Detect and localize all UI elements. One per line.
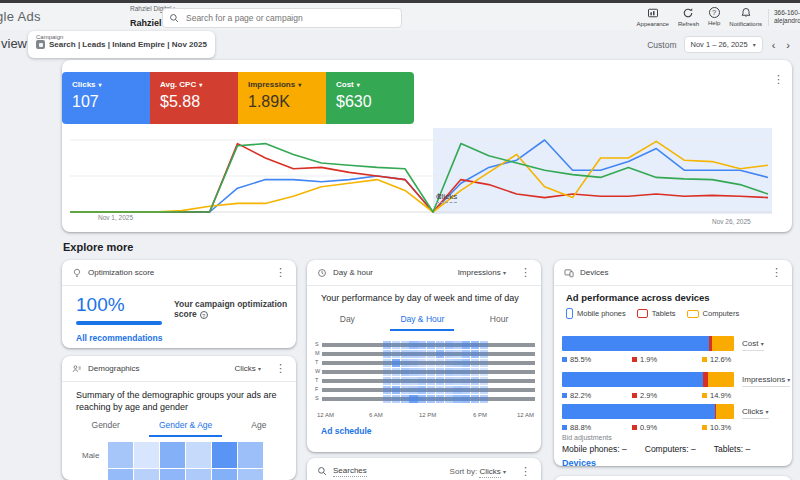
heatmap-cell[interactable] — [392, 377, 400, 385]
heatmap-cell[interactable] — [383, 395, 391, 403]
scorecard-avgcpc[interactable]: Avg. CPC▾$5.88 — [150, 72, 238, 124]
heatmap-cell[interactable] — [418, 368, 426, 376]
heatmap-cell[interactable] — [401, 395, 409, 403]
heatmap-cell[interactable] — [409, 359, 417, 367]
heatmap-cell[interactable] — [480, 395, 488, 403]
heatmap-cell[interactable] — [427, 350, 435, 358]
heatmap-cell[interactable] — [436, 350, 444, 358]
heatmap-cell[interactable] — [462, 377, 470, 385]
heatmap-cell[interactable] — [445, 359, 453, 367]
heatmap-cell[interactable] — [471, 341, 479, 349]
heatmap-cell[interactable] — [445, 395, 453, 403]
card-menu[interactable]: ⋮ — [771, 267, 782, 278]
demographics-cell[interactable] — [134, 469, 159, 480]
metric-dropdown-impressions[interactable]: Impressions ▾ — [742, 375, 790, 387]
heatmap-cell[interactable] — [436, 368, 444, 376]
heatmap-cell[interactable] — [462, 350, 470, 358]
heatmap-cell[interactable] — [471, 359, 479, 367]
heatmap-cell[interactable] — [462, 341, 470, 349]
ad-schedule-link[interactable]: Ad schedule — [321, 426, 372, 436]
heatmap-cell[interactable] — [427, 368, 435, 376]
heatmap-cell[interactable] — [462, 368, 470, 376]
heatmap-cell[interactable] — [436, 377, 444, 385]
heatmap-cell[interactable] — [418, 359, 426, 367]
heatmap-cell[interactable] — [392, 359, 400, 367]
metric-dropdown-cost[interactable]: Cost ▾ — [742, 339, 764, 351]
metric-dropdown-clicks[interactable]: Clicks ▾ — [742, 407, 769, 419]
card-menu[interactable]: ⋮ — [520, 267, 531, 278]
heatmap-cell[interactable] — [471, 350, 479, 358]
heatmap-cell[interactable] — [418, 395, 426, 403]
timeseries-chart[interactable]: Nov 1, 2025 Nov 26, 2025 Clicks — [62, 126, 792, 232]
scorecard-clicks[interactable]: Clicks▾107 — [62, 72, 150, 124]
card-menu[interactable]: ⋮ — [275, 267, 286, 278]
demographics-cell[interactable] — [160, 442, 185, 468]
heatmap-cell[interactable] — [392, 350, 400, 358]
metric-dropdown[interactable]: Impressions ▾ — [458, 268, 506, 277]
demographics-cell[interactable] — [186, 442, 211, 468]
heatmap-cell[interactable] — [462, 359, 470, 367]
heatmap-cell[interactable] — [462, 386, 470, 394]
date-range-picker[interactable]: Nov 1 – 26, 2025 ▾ — [684, 36, 763, 53]
metric-dropdown[interactable]: Clicks ▾ — [234, 364, 261, 373]
profile-info[interactable]: 366-160-2643 alejandro@ — [768, 9, 800, 26]
heatmap-cell[interactable] — [427, 359, 435, 367]
heatmap-cell[interactable] — [401, 386, 409, 394]
heatmap-cell[interactable] — [392, 386, 400, 394]
heatmap-cell[interactable] — [409, 395, 417, 403]
heatmap-cell[interactable] — [383, 341, 391, 349]
heatmap-cell[interactable] — [427, 377, 435, 385]
heatmap-cell[interactable] — [453, 395, 461, 403]
heatmap-cell[interactable] — [436, 359, 444, 367]
sort-by-dropdown[interactable]: Sort by: Clicks ▾ — [450, 467, 506, 476]
heatmap-cell[interactable] — [392, 368, 400, 376]
demographics-cell[interactable] — [238, 469, 263, 480]
heatmap-cell[interactable] — [427, 395, 435, 403]
topbar-action-refresh[interactable]: Refresh — [678, 7, 699, 27]
heatmap-cell[interactable] — [445, 377, 453, 385]
heatmap-cell[interactable] — [427, 341, 435, 349]
heatmap-cell[interactable] — [471, 377, 479, 385]
heatmap-cell[interactable] — [418, 386, 426, 394]
demographics-cell[interactable] — [108, 442, 133, 468]
chart-card-menu[interactable]: ⋮ — [773, 74, 784, 85]
heatmap-cell[interactable] — [392, 395, 400, 403]
heatmap-cell[interactable] — [445, 350, 453, 358]
tab-age[interactable]: Age — [241, 416, 276, 437]
heatmap-cell[interactable] — [480, 377, 488, 385]
demographics-cell[interactable] — [238, 442, 263, 468]
topbar-action-appearance[interactable]: Appearance — [637, 7, 669, 27]
heatmap-cell[interactable] — [471, 386, 479, 394]
demographics-cell[interactable] — [160, 469, 185, 480]
tab-gender[interactable]: Gender — [82, 416, 130, 437]
heatmap-cell[interactable] — [401, 368, 409, 376]
heatmap-cell[interactable] — [445, 341, 453, 349]
heatmap-cell[interactable] — [418, 377, 426, 385]
demographics-cell[interactable] — [212, 442, 237, 468]
heatmap-cell[interactable] — [453, 386, 461, 394]
heatmap-cell[interactable] — [480, 386, 488, 394]
topbar-action-notifications[interactable]: Notifications — [729, 7, 762, 27]
heatmap-cell[interactable] — [383, 368, 391, 376]
heatmap-cell[interactable] — [418, 341, 426, 349]
heatmap-cell[interactable] — [383, 359, 391, 367]
heatmap-cell[interactable] — [462, 395, 470, 403]
heatmap-cell[interactable] — [383, 386, 391, 394]
heatmap-cell[interactable] — [383, 377, 391, 385]
search-input[interactable] — [184, 12, 395, 24]
heatmap-cell[interactable] — [418, 350, 426, 358]
heatmap-cell[interactable] — [401, 350, 409, 358]
heatmap-cell[interactable] — [409, 341, 417, 349]
heatmap-cell[interactable] — [480, 359, 488, 367]
scorecard-impressions[interactable]: Impressions▾1.89K — [238, 72, 326, 124]
heatmap-cell[interactable] — [409, 368, 417, 376]
all-recommendations-link[interactable]: All recommendations — [76, 333, 162, 343]
heatmap-cell[interactable] — [453, 359, 461, 367]
heatmap-cell[interactable] — [383, 350, 391, 358]
heatmap-cell[interactable] — [401, 341, 409, 349]
card-menu[interactable]: ⋮ — [275, 363, 286, 374]
demographics-cell[interactable] — [186, 469, 211, 480]
campaign-name[interactable]: Search | Leads | Inland Empire | Nov 202… — [49, 40, 207, 49]
heatmap-cell[interactable] — [401, 377, 409, 385]
heatmap-cell[interactable] — [471, 395, 479, 403]
